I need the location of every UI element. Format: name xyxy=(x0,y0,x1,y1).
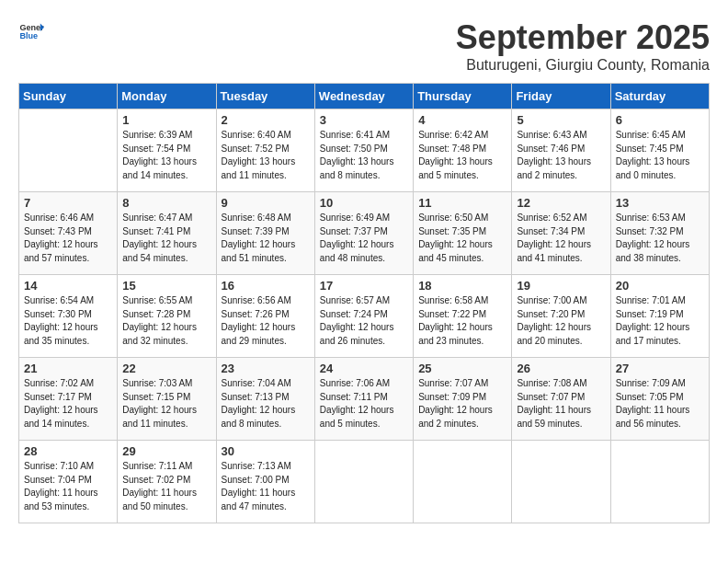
day-info: Sunrise: 6:55 AM Sunset: 7:28 PM Dayligh… xyxy=(122,294,210,348)
day-number: 4 xyxy=(418,113,506,127)
day-info: Sunrise: 7:09 AM Sunset: 7:05 PM Dayligh… xyxy=(616,377,704,431)
day-number: 6 xyxy=(616,113,704,127)
calendar-cell: 21Sunrise: 7:02 AM Sunset: 7:17 PM Dayli… xyxy=(19,358,118,441)
col-saturday: Saturday xyxy=(610,84,709,109)
calendar-cell: 2Sunrise: 6:40 AM Sunset: 7:52 PM Daylig… xyxy=(216,109,314,192)
day-info: Sunrise: 6:48 AM Sunset: 7:39 PM Dayligh… xyxy=(222,212,310,265)
day-info: Sunrise: 6:53 AM Sunset: 7:32 PM Dayligh… xyxy=(616,212,704,265)
calendar-cell: 23Sunrise: 7:04 AM Sunset: 7:13 PM Dayli… xyxy=(216,358,314,441)
calendar-table: Sunday Monday Tuesday Wednesday Thursday… xyxy=(18,83,710,523)
day-number: 18 xyxy=(418,279,506,293)
day-number: 7 xyxy=(24,196,112,210)
day-info: Sunrise: 6:40 AM Sunset: 7:52 PM Dayligh… xyxy=(222,129,310,182)
calendar-cell: 1Sunrise: 6:39 AM Sunset: 7:54 PM Daylig… xyxy=(118,109,216,192)
calendar-cell: 8Sunrise: 6:47 AM Sunset: 7:41 PM Daylig… xyxy=(118,192,216,275)
calendar-week-2: 7Sunrise: 6:46 AM Sunset: 7:43 PM Daylig… xyxy=(19,192,710,275)
calendar-cell: 3Sunrise: 6:41 AM Sunset: 7:50 PM Daylig… xyxy=(314,109,413,192)
col-friday: Friday xyxy=(512,84,610,109)
day-number: 12 xyxy=(517,196,605,210)
day-number: 27 xyxy=(616,362,704,375)
location-title: Buturugeni, Giurgiu County, Romania xyxy=(456,57,710,74)
header-row: Sunday Monday Tuesday Wednesday Thursday… xyxy=(19,84,710,109)
day-info: Sunrise: 7:01 AM Sunset: 7:19 PM Dayligh… xyxy=(616,294,704,348)
calendar-cell: 10Sunrise: 6:49 AM Sunset: 7:37 PM Dayli… xyxy=(314,192,413,275)
calendar-cell xyxy=(512,441,610,523)
day-number: 16 xyxy=(222,279,310,293)
calendar-cell: 28Sunrise: 7:10 AM Sunset: 7:04 PM Dayli… xyxy=(19,441,118,523)
day-info: Sunrise: 7:04 AM Sunset: 7:13 PM Dayligh… xyxy=(222,377,310,431)
day-info: Sunrise: 6:41 AM Sunset: 7:50 PM Dayligh… xyxy=(320,129,408,182)
day-number: 19 xyxy=(517,279,605,293)
calendar-cell: 9Sunrise: 6:48 AM Sunset: 7:39 PM Daylig… xyxy=(216,192,314,275)
col-tuesday: Tuesday xyxy=(216,84,314,109)
day-info: Sunrise: 6:47 AM Sunset: 7:41 PM Dayligh… xyxy=(122,212,210,265)
day-number: 30 xyxy=(222,444,310,458)
day-number: 28 xyxy=(24,444,112,458)
calendar-cell: 13Sunrise: 6:53 AM Sunset: 7:32 PM Dayli… xyxy=(610,192,709,275)
calendar-cell xyxy=(414,441,512,523)
day-info: Sunrise: 7:10 AM Sunset: 7:04 PM Dayligh… xyxy=(24,460,112,513)
day-info: Sunrise: 6:46 AM Sunset: 7:43 PM Dayligh… xyxy=(24,212,112,265)
calendar-cell xyxy=(314,441,413,523)
title-area: September 2025 Buturugeni, Giurgiu Count… xyxy=(456,18,710,74)
day-number: 20 xyxy=(616,279,704,293)
day-number: 21 xyxy=(24,362,112,375)
calendar-cell: 26Sunrise: 7:08 AM Sunset: 7:07 PM Dayli… xyxy=(512,358,610,441)
day-number: 23 xyxy=(222,362,310,375)
day-info: Sunrise: 6:50 AM Sunset: 7:35 PM Dayligh… xyxy=(418,212,506,265)
calendar-cell xyxy=(19,109,118,192)
day-info: Sunrise: 6:58 AM Sunset: 7:22 PM Dayligh… xyxy=(418,294,506,348)
day-number: 9 xyxy=(222,196,310,210)
calendar-cell: 29Sunrise: 7:11 AM Sunset: 7:02 PM Dayli… xyxy=(118,441,216,523)
day-number: 26 xyxy=(517,362,605,375)
calendar-cell: 7Sunrise: 6:46 AM Sunset: 7:43 PM Daylig… xyxy=(19,192,118,275)
day-number: 22 xyxy=(122,362,210,375)
logo-icon: General Blue xyxy=(18,18,44,44)
day-number: 15 xyxy=(122,279,210,293)
col-thursday: Thursday xyxy=(414,84,512,109)
calendar-cell: 30Sunrise: 7:13 AM Sunset: 7:00 PM Dayli… xyxy=(216,441,314,523)
calendar-cell xyxy=(610,441,709,523)
calendar-cell: 11Sunrise: 6:50 AM Sunset: 7:35 PM Dayli… xyxy=(414,192,512,275)
calendar-cell: 15Sunrise: 6:55 AM Sunset: 7:28 PM Dayli… xyxy=(118,275,216,358)
calendar-cell: 25Sunrise: 7:07 AM Sunset: 7:09 PM Dayli… xyxy=(414,358,512,441)
day-number: 14 xyxy=(24,279,112,293)
calendar-week-3: 14Sunrise: 6:54 AM Sunset: 7:30 PM Dayli… xyxy=(19,275,710,358)
day-number: 5 xyxy=(517,113,605,127)
day-info: Sunrise: 7:13 AM Sunset: 7:00 PM Dayligh… xyxy=(222,460,310,513)
calendar-week-4: 21Sunrise: 7:02 AM Sunset: 7:17 PM Dayli… xyxy=(19,358,710,441)
header: General Blue September 2025 Buturugeni, … xyxy=(18,18,710,74)
day-number: 13 xyxy=(616,196,704,210)
calendar-cell: 4Sunrise: 6:42 AM Sunset: 7:48 PM Daylig… xyxy=(414,109,512,192)
day-info: Sunrise: 6:54 AM Sunset: 7:30 PM Dayligh… xyxy=(24,294,112,348)
day-number: 17 xyxy=(320,279,408,293)
day-info: Sunrise: 7:07 AM Sunset: 7:09 PM Dayligh… xyxy=(418,377,506,431)
day-info: Sunrise: 7:11 AM Sunset: 7:02 PM Dayligh… xyxy=(122,460,210,513)
day-number: 8 xyxy=(122,196,210,210)
calendar-cell: 24Sunrise: 7:06 AM Sunset: 7:11 PM Dayli… xyxy=(314,358,413,441)
day-info: Sunrise: 6:42 AM Sunset: 7:48 PM Dayligh… xyxy=(418,129,506,182)
day-number: 3 xyxy=(320,113,408,127)
calendar-cell: 17Sunrise: 6:57 AM Sunset: 7:24 PM Dayli… xyxy=(314,275,413,358)
calendar-cell: 27Sunrise: 7:09 AM Sunset: 7:05 PM Dayli… xyxy=(610,358,709,441)
calendar-cell: 20Sunrise: 7:01 AM Sunset: 7:19 PM Dayli… xyxy=(610,275,709,358)
calendar-cell: 19Sunrise: 7:00 AM Sunset: 7:20 PM Dayli… xyxy=(512,275,610,358)
calendar-cell: 12Sunrise: 6:52 AM Sunset: 7:34 PM Dayli… xyxy=(512,192,610,275)
col-sunday: Sunday xyxy=(19,84,118,109)
day-info: Sunrise: 7:06 AM Sunset: 7:11 PM Dayligh… xyxy=(320,377,408,431)
calendar-cell: 6Sunrise: 6:45 AM Sunset: 7:45 PM Daylig… xyxy=(610,109,709,192)
calendar-week-5: 28Sunrise: 7:10 AM Sunset: 7:04 PM Dayli… xyxy=(19,441,710,523)
day-info: Sunrise: 7:00 AM Sunset: 7:20 PM Dayligh… xyxy=(517,294,605,348)
calendar-cell: 18Sunrise: 6:58 AM Sunset: 7:22 PM Dayli… xyxy=(414,275,512,358)
calendar-cell: 16Sunrise: 6:56 AM Sunset: 7:26 PM Dayli… xyxy=(216,275,314,358)
day-info: Sunrise: 6:39 AM Sunset: 7:54 PM Dayligh… xyxy=(122,129,210,182)
day-info: Sunrise: 7:08 AM Sunset: 7:07 PM Dayligh… xyxy=(517,377,605,431)
day-info: Sunrise: 6:45 AM Sunset: 7:45 PM Dayligh… xyxy=(616,129,704,182)
day-number: 24 xyxy=(320,362,408,375)
day-info: Sunrise: 6:52 AM Sunset: 7:34 PM Dayligh… xyxy=(517,212,605,265)
day-info: Sunrise: 6:43 AM Sunset: 7:46 PM Dayligh… xyxy=(517,129,605,182)
day-number: 2 xyxy=(222,113,310,127)
calendar-cell: 22Sunrise: 7:03 AM Sunset: 7:15 PM Dayli… xyxy=(118,358,216,441)
logo: General Blue xyxy=(18,18,44,44)
month-title: September 2025 xyxy=(456,18,710,57)
